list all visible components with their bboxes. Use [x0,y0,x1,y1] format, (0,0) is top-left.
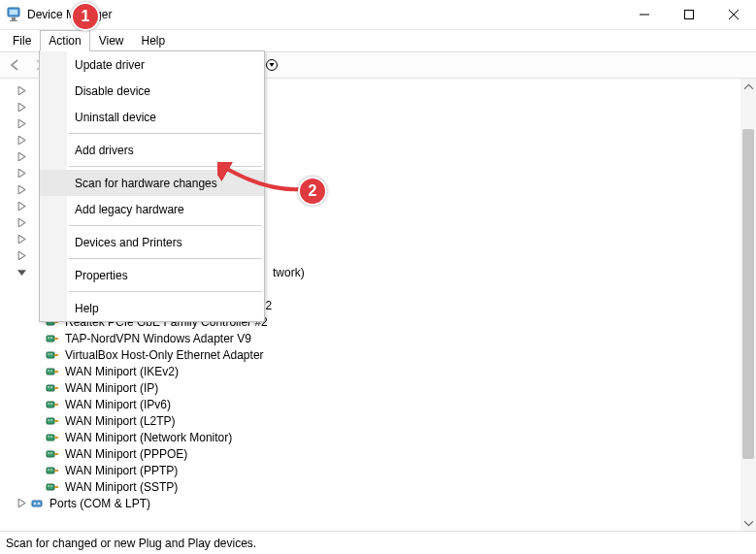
network-adapter-icon [45,430,60,445]
device-item[interactable]: WAN Miniport (IP) [0,379,756,396]
svg-rect-34 [54,387,58,389]
menu-action[interactable]: Action [40,30,89,51]
network-adapter-icon [45,331,60,346]
network-adapter-icon [45,413,60,429]
device-item[interactable]: WAN Miniport (SSTP) [0,478,756,495]
annotation-1: 1 [71,2,100,31]
device-item[interactable]: WAN Miniport (IKEv2) [0,363,756,379]
vertical-scrollbar[interactable] [740,79,756,531]
device-label: TAP-NordVPN Windows Adapter V9 [64,332,252,345]
network-adapter-icon [45,446,60,462]
device-item[interactable]: WAN Miniport (Network Monitor) [0,429,756,445]
menu-help[interactable]: Help [133,30,175,51]
device-item[interactable]: WAN Miniport (PPPOE) [0,445,756,462]
svg-point-56 [50,469,52,471]
device-item[interactable]: VirtualBox Host-Only Ethernet Adapter [0,346,756,363]
device-label: WAN Miniport (IP) [64,381,159,395]
menu-properties[interactable]: Properties [40,262,264,288]
network-adapter-icon [45,463,60,478]
network-adapter-icon [45,364,60,379]
device-item[interactable]: WAN Miniport (PPTP) [0,462,756,478]
close-button[interactable] [711,0,756,29]
scroll-thumb[interactable] [742,129,754,459]
expander-icon[interactable] [16,201,27,212]
window-title: Device Manager [27,8,622,21]
minimize-button[interactable] [622,0,667,29]
menu-devices-printers[interactable]: Devices and Printers [40,229,264,255]
svg-rect-22 [54,338,58,340]
svg-point-62 [34,503,36,505]
svg-point-36 [50,386,52,388]
svg-point-35 [48,386,49,388]
device-label: WAN Miniport (SSTP) [64,480,179,494]
expander-icon[interactable] [16,168,27,179]
svg-rect-25 [47,352,54,358]
svg-point-44 [50,419,52,421]
svg-point-47 [48,436,49,438]
svg-point-27 [48,353,49,355]
svg-rect-46 [54,437,58,439]
device-item[interactable]: WAN Miniport (IPv6) [0,396,756,412]
menu-file[interactable]: File [4,30,40,51]
expander-icon[interactable] [16,118,27,130]
scroll-up-icon[interactable] [740,79,756,94]
svg-point-43 [48,419,49,421]
svg-rect-3 [10,20,17,21]
svg-point-48 [50,436,52,438]
menu-disable-device[interactable]: Disable device [40,78,264,104]
svg-rect-58 [54,486,58,488]
svg-rect-37 [47,402,54,407]
expander-open-icon[interactable] [16,267,27,278]
svg-rect-61 [32,501,42,506]
device-label: WAN Miniport (PPTP) [64,464,179,477]
scroll-down-icon[interactable] [740,515,756,531]
svg-rect-42 [54,420,58,422]
back-button[interactable] [4,54,25,76]
svg-point-28 [50,353,52,355]
expander-icon[interactable] [16,498,27,509]
device-item[interactable]: WAN Miniport (L2TP) [0,412,756,429]
svg-point-31 [48,370,49,372]
menu-separator [69,133,262,134]
expander-icon[interactable] [16,135,27,147]
svg-rect-49 [47,451,54,457]
expander-icon[interactable] [16,234,27,245]
svg-point-40 [50,403,52,405]
svg-point-51 [48,452,49,454]
svg-rect-33 [47,385,54,391]
svg-rect-29 [47,369,54,375]
maximize-button[interactable] [667,0,711,29]
menu-separator [69,225,262,226]
expander-icon[interactable] [16,85,27,97]
svg-rect-38 [54,404,58,406]
expander-icon[interactable] [16,184,27,196]
expander-icon[interactable] [16,151,27,163]
menu-update-driver[interactable]: Update driver [40,51,264,78]
device-label: WAN Miniport (Network Monitor) [64,431,233,444]
network-adapter-icon [45,347,60,363]
network-adapter-icon [45,479,60,495]
svg-point-23 [48,337,49,339]
svg-rect-45 [47,435,54,440]
network-adapter-icon [45,397,60,412]
svg-point-60 [50,485,52,487]
menu-view[interactable]: View [90,30,133,51]
expander-icon[interactable] [16,217,27,229]
svg-rect-53 [47,468,54,473]
network-adapter-icon [45,380,60,396]
menu-help-item[interactable]: Help [40,295,264,321]
ports-icon [29,496,45,511]
expander-icon[interactable] [16,102,27,114]
expander-icon[interactable] [16,250,27,262]
device-item[interactable]: TAP-NordVPN Windows Adapter V9 [0,330,756,346]
device-label: WAN Miniport (IKEv2) [64,365,180,378]
menu-add-legacy[interactable]: Add legacy hardware [40,196,264,222]
svg-rect-5 [685,11,694,19]
menu-add-drivers[interactable]: Add drivers [40,137,264,163]
svg-rect-50 [54,453,58,455]
app-icon [6,7,21,22]
category-label[interactable]: Ports (COM & LPT) [49,497,151,510]
svg-point-59 [48,485,49,487]
svg-point-24 [50,337,52,339]
menu-uninstall-device[interactable]: Uninstall device [40,104,264,130]
